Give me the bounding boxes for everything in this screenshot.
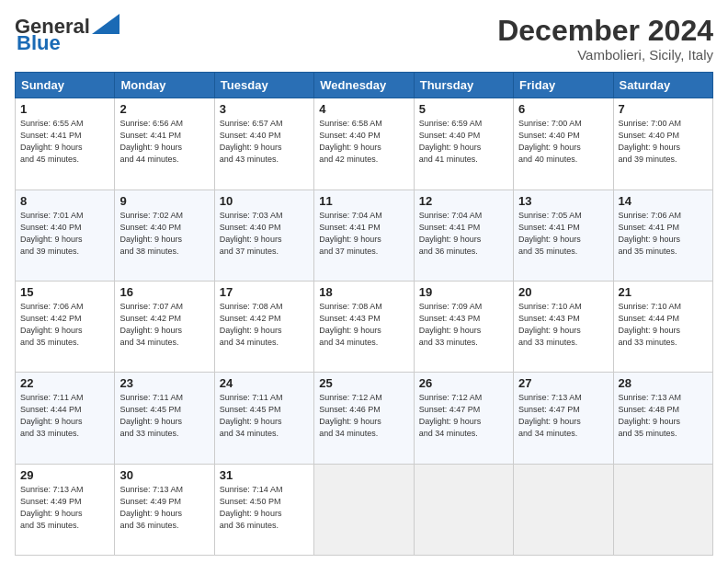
day-number: 4 [319, 102, 408, 116]
page: General Blue December 2024 Vambolieri, S… [0, 0, 728, 563]
calendar-row-4: 29Sunrise: 7:13 AM Sunset: 4:49 PM Dayli… [16, 464, 713, 555]
calendar-cell: 26Sunrise: 7:12 AM Sunset: 4:47 PM Dayli… [414, 373, 513, 464]
day-number: 11 [319, 194, 408, 208]
day-info: Sunrise: 7:13 AM Sunset: 4:47 PM Dayligh… [518, 392, 608, 440]
day-number: 1 [20, 102, 109, 116]
day-info: Sunrise: 7:09 AM Sunset: 4:43 PM Dayligh… [419, 301, 508, 349]
calendar-cell: 14Sunrise: 7:06 AM Sunset: 4:41 PM Dayli… [613, 190, 712, 281]
calendar-cell: 2Sunrise: 6:56 AM Sunset: 4:41 PM Daylig… [115, 98, 214, 190]
calendar-header-tuesday: Tuesday [214, 73, 313, 98]
day-info: Sunrise: 7:04 AM Sunset: 4:41 PM Dayligh… [319, 210, 408, 258]
day-info: Sunrise: 6:59 AM Sunset: 4:40 PM Dayligh… [419, 118, 508, 166]
calendar-cell: 18Sunrise: 7:08 AM Sunset: 4:43 PM Dayli… [314, 281, 414, 372]
logo-blue: Blue [17, 31, 61, 55]
calendar-cell: 29Sunrise: 7:13 AM Sunset: 4:49 PM Dayli… [16, 464, 115, 555]
day-number: 22 [20, 376, 109, 390]
logo-icon [92, 14, 119, 34]
calendar-cell [414, 464, 513, 555]
day-info: Sunrise: 7:00 AM Sunset: 4:40 PM Dayligh… [518, 118, 608, 166]
header: General Blue December 2024 Vambolieri, S… [15, 15, 713, 63]
calendar-header-friday: Friday [514, 73, 613, 98]
day-info: Sunrise: 7:08 AM Sunset: 4:42 PM Dayligh… [220, 301, 309, 349]
calendar-cell: 24Sunrise: 7:11 AM Sunset: 4:45 PM Dayli… [214, 373, 313, 464]
svg-marker-0 [92, 14, 119, 34]
day-info: Sunrise: 7:11 AM Sunset: 4:44 PM Dayligh… [20, 392, 109, 440]
calendar-cell: 17Sunrise: 7:08 AM Sunset: 4:42 PM Dayli… [214, 281, 313, 372]
day-info: Sunrise: 7:11 AM Sunset: 4:45 PM Dayligh… [220, 392, 309, 440]
day-number: 12 [419, 194, 508, 208]
calendar-cell [514, 464, 613, 555]
calendar-cell: 30Sunrise: 7:13 AM Sunset: 4:49 PM Dayli… [115, 464, 214, 555]
subtitle: Vambolieri, Sicily, Italy [497, 47, 713, 63]
calendar-row-3: 22Sunrise: 7:11 AM Sunset: 4:44 PM Dayli… [16, 373, 713, 464]
day-number: 15 [20, 285, 109, 299]
calendar-cell: 25Sunrise: 7:12 AM Sunset: 4:46 PM Dayli… [314, 373, 414, 464]
day-info: Sunrise: 7:14 AM Sunset: 4:50 PM Dayligh… [220, 484, 309, 532]
day-info: Sunrise: 7:02 AM Sunset: 4:40 PM Dayligh… [119, 210, 209, 258]
day-info: Sunrise: 7:07 AM Sunset: 4:42 PM Dayligh… [119, 301, 209, 349]
day-number: 5 [419, 102, 508, 116]
calendar-row-0: 1Sunrise: 6:55 AM Sunset: 4:41 PM Daylig… [16, 98, 713, 190]
calendar-row-2: 15Sunrise: 7:06 AM Sunset: 4:42 PM Dayli… [16, 281, 713, 372]
day-number: 7 [619, 102, 708, 116]
day-info: Sunrise: 7:10 AM Sunset: 4:43 PM Dayligh… [518, 301, 608, 349]
calendar-header-thursday: Thursday [414, 73, 513, 98]
day-info: Sunrise: 7:12 AM Sunset: 4:46 PM Dayligh… [319, 392, 408, 440]
calendar-cell: 16Sunrise: 7:07 AM Sunset: 4:42 PM Dayli… [115, 281, 214, 372]
calendar-header-sunday: Sunday [16, 73, 115, 98]
day-info: Sunrise: 7:00 AM Sunset: 4:40 PM Dayligh… [619, 118, 708, 166]
day-info: Sunrise: 7:11 AM Sunset: 4:45 PM Dayligh… [119, 392, 209, 440]
day-info: Sunrise: 7:03 AM Sunset: 4:40 PM Dayligh… [220, 210, 309, 258]
calendar-header-saturday: Saturday [613, 73, 712, 98]
calendar-cell: 15Sunrise: 7:06 AM Sunset: 4:42 PM Dayli… [16, 281, 115, 372]
day-info: Sunrise: 7:12 AM Sunset: 4:47 PM Dayligh… [419, 392, 508, 440]
main-title: December 2024 [497, 15, 713, 47]
calendar-cell: 20Sunrise: 7:10 AM Sunset: 4:43 PM Dayli… [514, 281, 613, 372]
day-number: 17 [220, 285, 309, 299]
logo: General Blue [15, 15, 119, 55]
calendar-table: SundayMondayTuesdayWednesdayThursdayFrid… [15, 72, 713, 556]
day-info: Sunrise: 7:04 AM Sunset: 4:41 PM Dayligh… [419, 210, 508, 258]
calendar-cell: 28Sunrise: 7:13 AM Sunset: 4:48 PM Dayli… [613, 373, 712, 464]
calendar-cell: 22Sunrise: 7:11 AM Sunset: 4:44 PM Dayli… [16, 373, 115, 464]
day-info: Sunrise: 7:01 AM Sunset: 4:40 PM Dayligh… [20, 210, 109, 258]
day-number: 28 [619, 376, 708, 390]
calendar-header-wednesday: Wednesday [314, 73, 414, 98]
calendar-cell: 5Sunrise: 6:59 AM Sunset: 4:40 PM Daylig… [414, 98, 513, 190]
calendar-cell: 4Sunrise: 6:58 AM Sunset: 4:40 PM Daylig… [314, 98, 414, 190]
day-info: Sunrise: 7:13 AM Sunset: 4:48 PM Dayligh… [619, 392, 708, 440]
title-block: December 2024 Vambolieri, Sicily, Italy [497, 15, 713, 63]
calendar-cell: 19Sunrise: 7:09 AM Sunset: 4:43 PM Dayli… [414, 281, 513, 372]
day-number: 26 [419, 376, 508, 390]
day-number: 9 [119, 194, 209, 208]
calendar-cell: 11Sunrise: 7:04 AM Sunset: 4:41 PM Dayli… [314, 190, 414, 281]
day-info: Sunrise: 6:55 AM Sunset: 4:41 PM Dayligh… [20, 118, 109, 166]
day-number: 6 [518, 102, 608, 116]
day-number: 20 [518, 285, 608, 299]
day-number: 13 [518, 194, 608, 208]
calendar-cell: 3Sunrise: 6:57 AM Sunset: 4:40 PM Daylig… [214, 98, 313, 190]
calendar-cell: 9Sunrise: 7:02 AM Sunset: 4:40 PM Daylig… [115, 190, 214, 281]
calendar-cell: 12Sunrise: 7:04 AM Sunset: 4:41 PM Dayli… [414, 190, 513, 281]
day-number: 19 [419, 285, 508, 299]
day-number: 3 [220, 102, 309, 116]
calendar-cell: 27Sunrise: 7:13 AM Sunset: 4:47 PM Dayli… [514, 373, 613, 464]
calendar-header-row: SundayMondayTuesdayWednesdayThursdayFrid… [16, 73, 713, 98]
day-number: 8 [20, 194, 109, 208]
day-info: Sunrise: 7:08 AM Sunset: 4:43 PM Dayligh… [319, 301, 408, 349]
calendar-cell: 6Sunrise: 7:00 AM Sunset: 4:40 PM Daylig… [514, 98, 613, 190]
day-info: Sunrise: 7:13 AM Sunset: 4:49 PM Dayligh… [119, 484, 209, 532]
calendar-cell: 23Sunrise: 7:11 AM Sunset: 4:45 PM Dayli… [115, 373, 214, 464]
day-info: Sunrise: 7:10 AM Sunset: 4:44 PM Dayligh… [619, 301, 708, 349]
day-number: 21 [619, 285, 708, 299]
calendar-cell: 8Sunrise: 7:01 AM Sunset: 4:40 PM Daylig… [16, 190, 115, 281]
day-number: 29 [20, 468, 109, 482]
day-number: 30 [119, 468, 209, 482]
day-info: Sunrise: 7:05 AM Sunset: 4:41 PM Dayligh… [518, 210, 608, 258]
calendar-cell: 31Sunrise: 7:14 AM Sunset: 4:50 PM Dayli… [214, 464, 313, 555]
day-info: Sunrise: 7:13 AM Sunset: 4:49 PM Dayligh… [20, 484, 109, 532]
day-number: 2 [119, 102, 209, 116]
calendar-row-1: 8Sunrise: 7:01 AM Sunset: 4:40 PM Daylig… [16, 190, 713, 281]
day-number: 27 [518, 376, 608, 390]
day-number: 25 [319, 376, 408, 390]
